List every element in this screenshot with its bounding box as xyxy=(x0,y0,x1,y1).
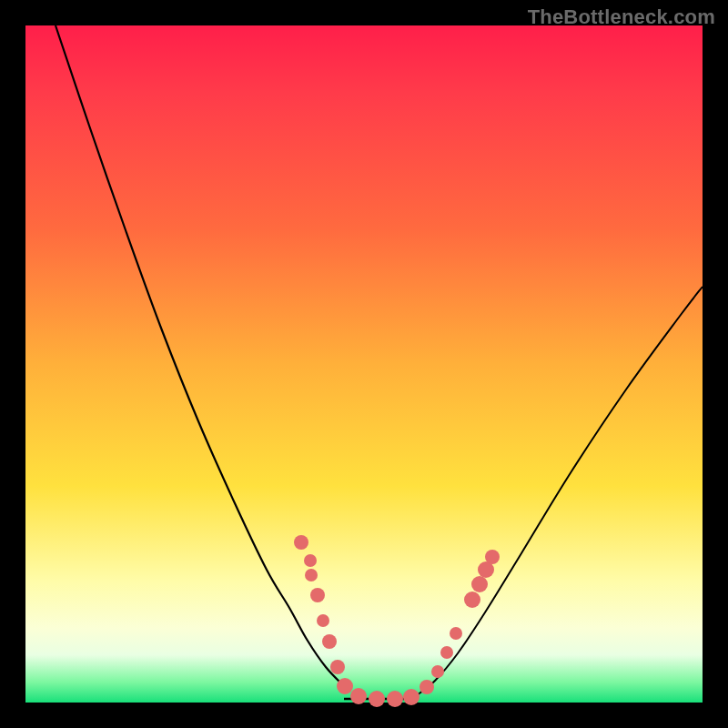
data-marker xyxy=(322,634,337,649)
data-marker xyxy=(387,691,403,707)
data-marker xyxy=(350,688,367,704)
data-marker xyxy=(485,550,500,564)
data-marker xyxy=(310,588,325,602)
data-marker xyxy=(317,614,329,627)
data-marker xyxy=(330,660,345,674)
curve-left-branch xyxy=(56,25,344,686)
watermark-text: TheBottleneck.com xyxy=(528,5,715,29)
data-marker xyxy=(440,646,453,659)
data-marker xyxy=(403,689,420,705)
data-marker xyxy=(369,691,385,707)
data-marker xyxy=(304,554,317,567)
data-markers xyxy=(294,535,500,707)
chart-svg xyxy=(25,25,703,703)
data-marker xyxy=(305,569,318,581)
data-marker xyxy=(464,592,480,608)
data-marker xyxy=(294,535,308,550)
data-marker xyxy=(450,627,462,640)
data-marker xyxy=(420,680,434,694)
data-marker xyxy=(337,678,353,694)
data-marker xyxy=(471,576,488,592)
data-marker xyxy=(431,665,444,678)
outer-frame: TheBottleneck.com xyxy=(0,0,728,728)
